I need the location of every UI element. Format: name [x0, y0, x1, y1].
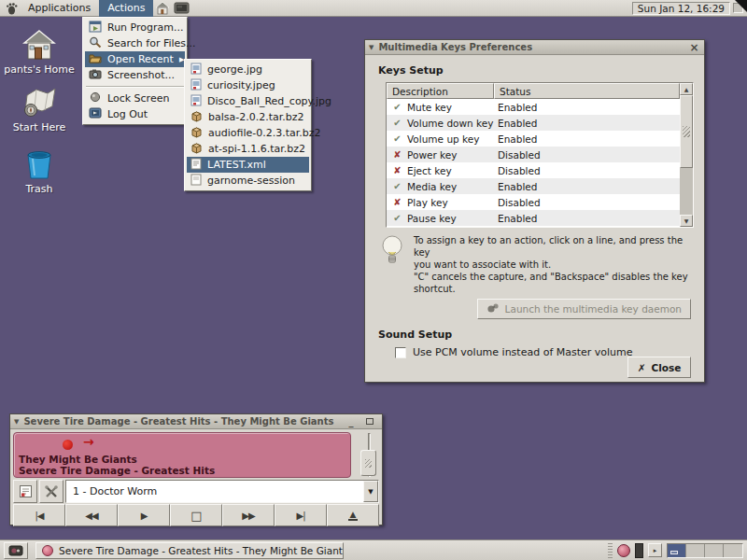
- key-description: Media key: [407, 181, 494, 192]
- pcm-checkbox-label: Use PCM volume instead of Master volume: [413, 346, 633, 358]
- column-header-status[interactable]: Status: [494, 83, 680, 99]
- key-status: Enabled: [498, 102, 537, 113]
- menu-separator: [86, 86, 184, 88]
- desktop-icon-trash[interactable]: Trash: [4, 147, 75, 195]
- tray-monitor-icon[interactable]: [635, 543, 643, 558]
- dialog-titlebar[interactable]: ▼ Multimedia Keys Preferences ×: [365, 40, 704, 55]
- desktop-icon-label: pants's Home: [4, 63, 75, 76]
- desktop-icon-start-here[interactable]: Start Here: [4, 86, 75, 133]
- workspace-4[interactable]: [724, 544, 742, 557]
- scroll-down-icon[interactable]: ▼: [680, 215, 693, 227]
- combo-arrow-icon[interactable]: ▼: [363, 481, 378, 502]
- table-row[interactable]: ✔ Volume down key Enabled: [387, 115, 680, 131]
- table-scrollbar[interactable]: ▲ ▼: [680, 83, 693, 227]
- recent-item[interactable]: curiosity.jpeg: [187, 77, 309, 93]
- column-header-description[interactable]: Description: [387, 83, 494, 99]
- key-status: Disabled: [498, 165, 541, 176]
- tray-drag-handle[interactable]: [608, 543, 613, 558]
- key-status: Disabled: [498, 149, 541, 161]
- actions-label: Actions: [107, 2, 145, 14]
- recent-item[interactable]: garnome-session: [187, 173, 309, 189]
- menubar-actions[interactable]: Actions: [99, 0, 153, 17]
- key-description: Volume down key: [407, 118, 494, 129]
- workspace-2[interactable]: [686, 544, 705, 557]
- keys-table-header: Description Status: [387, 83, 693, 99]
- recent-item[interactable]: LATEST.xml: [187, 157, 309, 173]
- track-selector[interactable]: 1 - Doctor Worm ▼: [65, 480, 379, 503]
- play-icon: ▶: [141, 511, 148, 521]
- menu-item-open-recent[interactable]: Open Recent ▶: [85, 51, 185, 67]
- bottom-taskbar: Severe Tire Damage - Greatest Hits - The…: [0, 539, 747, 560]
- slider-handle[interactable]: [360, 450, 376, 476]
- menu-item-label: Search for Files...: [107, 37, 196, 49]
- scroll-up-icon[interactable]: ▲: [680, 83, 693, 95]
- pcm-checkbox[interactable]: [395, 347, 406, 358]
- play-button[interactable]: ▶: [118, 504, 170, 526]
- workspace-3[interactable]: [705, 544, 724, 557]
- table-row[interactable]: ✔ Mute key Enabled: [387, 99, 680, 115]
- menubar-applications[interactable]: Applications: [20, 0, 99, 17]
- desktop-icon-home[interactable]: pants's Home: [4, 30, 75, 76]
- playlist-button[interactable]: [13, 480, 37, 503]
- clock-applet[interactable]: Sun Jan 12, 16:29: [632, 2, 730, 15]
- previous-track-button[interactable]: |◀: [13, 504, 65, 526]
- taskbar-task-button[interactable]: Severe Tire Damage - Greatest Hits - The…: [35, 542, 344, 559]
- player-titlebar[interactable]: ▼ Severe Tire Damage - Greatest Hits - T…: [10, 414, 382, 429]
- menu-item-screenshot[interactable]: Screenshot...: [85, 67, 185, 83]
- rewind-button[interactable]: ◀◀: [65, 504, 118, 526]
- key-status: Enabled: [498, 181, 537, 192]
- open-folder-icon: [89, 52, 102, 66]
- menu-item-search-for-files[interactable]: Search for Files...: [85, 35, 185, 51]
- handle-grip: [365, 459, 372, 468]
- table-row[interactable]: ✔ Media key Enabled: [387, 178, 680, 194]
- close-button[interactable]: ✗ Close: [627, 357, 691, 378]
- run-program-icon: [89, 21, 102, 35]
- keys-table: Description Status ✔ Mute key Enabled ✔ …: [386, 82, 694, 228]
- recent-item-label: curiosity.jpeg: [207, 79, 275, 91]
- maximize-button[interactable]: [363, 416, 375, 427]
- home-launcher-icon[interactable]: [155, 1, 170, 15]
- key-status: Enabled: [498, 213, 537, 224]
- recent-item-label: garnome-session: [207, 175, 295, 187]
- window-shade-icon[interactable]: ▼: [14, 418, 19, 426]
- screenshot-launcher-icon[interactable]: [174, 2, 190, 15]
- desktop-icon-label: Trash: [4, 183, 75, 195]
- table-row[interactable]: ✘ Play key Disabled: [387, 194, 680, 210]
- window-shade-icon[interactable]: ▼: [369, 44, 374, 51]
- recent-item[interactable]: balsa-2.0.2.tar.bz2: [187, 109, 309, 125]
- sound-setup-heading: Sound Setup: [378, 329, 691, 341]
- menu-item-label: Open Recent: [107, 53, 174, 65]
- status-mark-icon: ✔: [391, 213, 403, 223]
- next-track-button[interactable]: ▶|: [275, 504, 327, 526]
- recent-item[interactable]: Disco_Ball_Red_copy.jpg: [187, 93, 309, 109]
- recent-item-label: audiofile-0.2.3.tar.bz2: [208, 127, 321, 139]
- fast-forward-button[interactable]: ▶▶: [222, 504, 275, 526]
- volume-slider[interactable]: [358, 433, 380, 477]
- close-window-button[interactable]: ×: [688, 42, 700, 53]
- status-mark-icon: ✘: [391, 197, 403, 207]
- show-desktop-button[interactable]: [4, 542, 28, 559]
- table-row[interactable]: ✘ Eject key Disabled: [387, 162, 680, 178]
- display-album: Severe Tire Damage - Greatest Hits: [19, 465, 215, 476]
- launch-daemon-button[interactable]: Launch the multimedia key daemon: [477, 299, 691, 319]
- table-row[interactable]: ✔ Volume up key Enabled: [387, 131, 680, 147]
- table-row[interactable]: ✔ Pause key Enabled: [387, 210, 680, 226]
- archive-file-icon: [190, 126, 203, 141]
- tray-player-icon[interactable]: [617, 544, 630, 557]
- stop-button[interactable]: □: [170, 504, 222, 526]
- recent-item[interactable]: audiofile-0.2.3.tar.bz2: [187, 125, 309, 141]
- menu-item-lock-screen[interactable]: Lock Screen: [85, 91, 185, 106]
- scrollbar-thumb[interactable]: [680, 95, 693, 168]
- eject-button[interactable]: ▲: [327, 504, 379, 526]
- workspace-1[interactable]: [668, 544, 686, 557]
- menu-item-log-out[interactable]: Log Out: [85, 106, 185, 122]
- status-mark-icon: ✘: [391, 149, 403, 160]
- table-row[interactable]: ✘ Power key Disabled: [387, 147, 680, 162]
- minimize-button[interactable]: _: [345, 416, 357, 427]
- mixer-button[interactable]: [39, 480, 63, 503]
- archive-file-icon: [190, 110, 203, 125]
- tray-expand-button[interactable]: ▸: [648, 543, 662, 557]
- recent-item[interactable]: george.jpg: [187, 62, 309, 77]
- menu-item-run-program[interactable]: Run Program...: [85, 20, 185, 35]
- recent-item[interactable]: at-spi-1.1.6.tar.bz2: [187, 141, 309, 157]
